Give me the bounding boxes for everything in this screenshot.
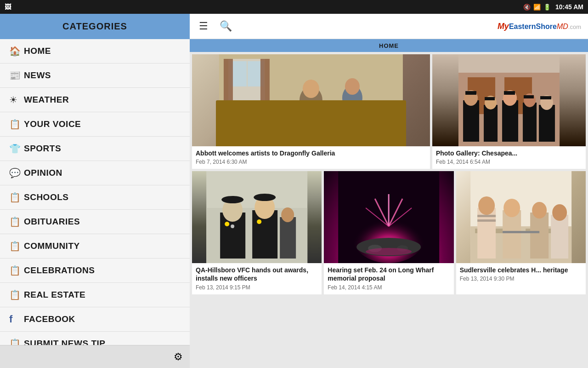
sports-icon: 👕 (9, 143, 24, 154)
sidebar-item-celebrations[interactable]: 📋 CELEBRATIONS (0, 259, 190, 283)
news-card-image (432, 54, 586, 146)
status-icons: 🔇 📶 🔋 10:45 AM (523, 3, 583, 11)
real-estate-icon: 📋 (9, 289, 24, 300)
news-card-body: Abbott welcomes artists to Dragonfly Gal… (192, 146, 430, 169)
sidebar: CATEGORIES 🏠 HOME 📰 NEWS ☀ WEATHER 📋 YOU… (0, 14, 190, 368)
sidebar-item-home[interactable]: 🏠 HOME (0, 39, 190, 63)
svg-rect-2 (231, 61, 247, 86)
svg-rect-5 (260, 59, 270, 119)
sidebar-item-submit-news[interactable]: 📋 SUBMIT NEWS TIP (0, 332, 190, 345)
categories-title: CATEGORIES (62, 21, 127, 32)
news-card-image (192, 171, 322, 263)
svg-point-45 (281, 207, 294, 222)
news-card-vfc[interactable]: QA-Hillsboro VFC hands out awards, insta… (192, 171, 322, 294)
submit-news-icon: 📋 (9, 338, 24, 345)
svg-rect-4 (224, 59, 233, 119)
news-card-body: Sudlersville celebrates H... heritage Fe… (456, 263, 586, 286)
svg-rect-29 (485, 97, 495, 100)
sidebar-item-label: OPINION (24, 168, 62, 178)
sidebar-item-label: SCHOOLS (24, 192, 68, 202)
sidebar-item-label: COMMUNITY (24, 241, 80, 251)
news-card-title: Photo Gallery: Chesapea... (436, 149, 582, 157)
svg-rect-64 (477, 219, 496, 222)
search-button[interactable]: 🔍 (217, 18, 234, 34)
news-card-image (192, 54, 430, 146)
sidebar-item-label: HOME (24, 46, 51, 56)
sidebar-item-label: REAL ESTATE (24, 290, 85, 300)
news-icon: 📰 (9, 70, 24, 81)
svg-rect-30 (504, 91, 515, 95)
svg-rect-20 (484, 105, 498, 142)
news-card-date: Feb 14, 2014 4:15 AM (328, 284, 450, 291)
menu-button[interactable]: ☰ (197, 18, 210, 34)
svg-point-40 (231, 224, 234, 228)
community-icon: 📋 (9, 241, 24, 252)
svg-rect-31 (524, 95, 534, 98)
sidebar-item-label: YOUR VOICE (24, 119, 81, 129)
news-row-1: Abbott welcomes artists to Dragonfly Gal… (192, 54, 586, 169)
celebrations-icon: 📋 (9, 265, 24, 276)
svg-point-42 (221, 196, 243, 203)
sidebar-items: 🏠 HOME 📰 NEWS ☀ WEATHER 📋 YOUR VOICE 👕 S… (0, 39, 190, 345)
wifi-icon: 📶 (533, 4, 541, 11)
svg-rect-8 (302, 109, 348, 139)
news-card-title: Abbott welcomes artists to Dragonfly Gal… (196, 149, 426, 157)
home-icon: 🏠 (9, 46, 24, 57)
sidebar-item-community[interactable]: 📋 COMMUNITY (0, 234, 190, 259)
svg-point-66 (503, 199, 520, 217)
sidebar-item-real-estate[interactable]: 📋 REAL ESTATE (0, 283, 190, 307)
svg-point-62 (478, 196, 495, 215)
news-card-body: Photo Gallery: Chesapea... Feb 14, 2014 … (432, 146, 586, 169)
content-header: ☰ 🔍 MyEasternShoreMD.com (190, 14, 588, 39)
sidebar-footer: ⚙ (0, 345, 190, 368)
svg-rect-71 (503, 231, 539, 233)
svg-point-70 (552, 204, 567, 221)
svg-rect-26 (539, 105, 555, 142)
status-bar: 🖼 🔇 📶 🔋 10:45 AM (0, 0, 588, 14)
obituaries-icon: 📋 (9, 216, 24, 227)
sidebar-item-schools[interactable]: 📋 SCHOOLS (0, 185, 190, 210)
sidebar-item-your-voice[interactable]: 📋 YOUR VOICE (0, 112, 190, 137)
sidebar-item-label: WEATHER (24, 95, 69, 105)
sidebar-item-obituaries[interactable]: 📋 OBITUARIES (0, 210, 190, 234)
weather-icon: ☀ (9, 94, 24, 105)
svg-rect-28 (465, 91, 476, 95)
your-voice-icon: 📋 (9, 119, 24, 130)
battery-icon: 🔋 (543, 4, 551, 11)
facebook-icon: f (9, 313, 24, 325)
home-label-bar: HOME (190, 39, 588, 52)
sidebar-item-news[interactable]: 📰 NEWS (0, 63, 190, 88)
site-logo[interactable]: MyEasternShoreMD.com (498, 22, 581, 31)
news-card-date: Feb 13, 2014 9:15 PM (196, 284, 318, 291)
svg-rect-69 (551, 215, 568, 259)
news-card-title: Hearing set Feb. 24 on Long Wharf memori… (328, 266, 450, 282)
sidebar-item-facebook[interactable]: f FACEBOOK (0, 307, 190, 332)
news-card-body: QA-Hillsboro VFC hands out awards, insta… (192, 263, 322, 294)
sidebar-item-weather[interactable]: ☀ WEATHER (0, 88, 190, 112)
sidebar-header: CATEGORIES (0, 14, 190, 39)
clock: 10:45 AM (555, 3, 583, 11)
photo-icon: 🖼 (5, 3, 11, 11)
svg-rect-63 (477, 215, 496, 217)
news-card-body: Hearing set Feb. 24 on Long Wharf memori… (324, 263, 453, 294)
svg-point-41 (257, 219, 261, 224)
news-card-title: QA-Hillsboro VFC hands out awards, insta… (196, 266, 318, 282)
settings-icon[interactable]: ⚙ (174, 351, 183, 363)
news-card-image (456, 171, 586, 263)
opinion-icon: 💬 (9, 167, 24, 178)
news-card-sudlersville[interactable]: Sudlersville celebrates H... heritage Fe… (456, 171, 586, 294)
svg-point-39 (225, 222, 229, 226)
news-grid: Abbott welcomes artists to Dragonfly Gal… (190, 52, 588, 368)
svg-rect-32 (540, 96, 551, 99)
sidebar-item-sports[interactable]: 👕 SPORTS (0, 137, 190, 161)
news-card-title: Sudlersville celebrates H... heritage (460, 266, 582, 274)
sidebar-item-label: CELEBRATIONS (24, 265, 95, 276)
sidebar-item-opinion[interactable]: 💬 OPINION (0, 161, 190, 185)
svg-point-43 (254, 194, 276, 201)
schools-icon: 📋 (9, 192, 24, 203)
news-card-chesapeake[interactable]: Photo Gallery: Chesapea... Feb 14, 2014 … (432, 54, 586, 169)
svg-rect-44 (280, 217, 296, 259)
news-card-fountain[interactable]: Hearing set Feb. 24 on Long Wharf memori… (324, 171, 453, 294)
news-card-dragonfly[interactable]: Abbott welcomes artists to Dragonfly Gal… (192, 54, 430, 169)
sidebar-item-label: NEWS (24, 70, 51, 80)
